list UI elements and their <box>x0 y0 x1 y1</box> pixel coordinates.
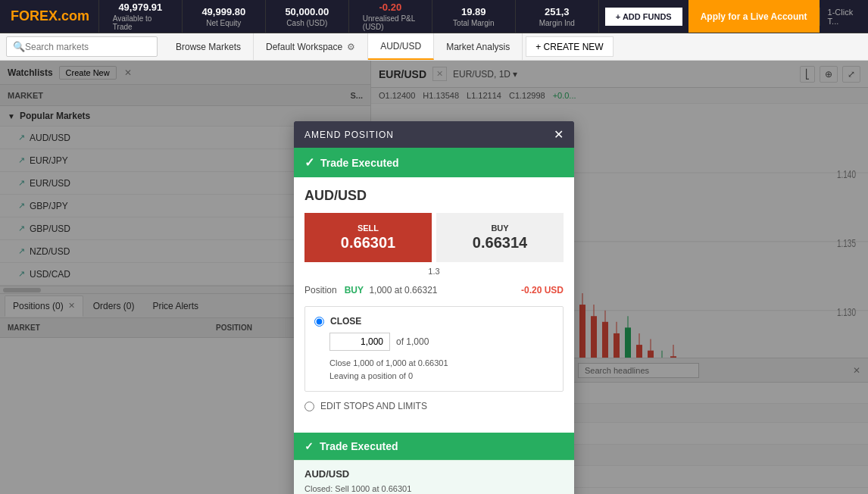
amend-position-modal: AMEND POSITION ✕ ✓ Trade Executed AUD/US… <box>294 121 574 494</box>
total-margin-label: Total Margin <box>453 19 494 27</box>
close-desc-line1: Close 1,000 of 1,000 at 0.66301 <box>329 357 554 370</box>
nav-tab-browse[interactable]: Browse Markets <box>164 33 254 60</box>
trade-info-closed: Closed: Sell 1000 at 0.66301 <box>304 483 564 494</box>
available-label: Available to Trade <box>113 14 168 31</box>
metric-total-margin: 19.89 Total Margin <box>432 0 516 33</box>
close-description: Close 1,000 of 1,000 at 0.66301 Leaving … <box>329 357 554 382</box>
modal-overlay: AMEND POSITION ✕ ✓ Trade Executed AUD/US… <box>0 61 868 494</box>
trade-executed-label-1: Trade Executed <box>320 157 399 169</box>
close-quantity-input[interactable] <box>329 333 390 351</box>
buy-label: BUY <box>436 224 564 233</box>
close-radio-row: CLOSE <box>314 316 554 327</box>
top-bar: FOREX.com 49,979.91 Available to Trade 4… <box>0 0 868 33</box>
metric-available: 49,979.91 Available to Trade <box>99 0 183 33</box>
unrealised-label: Unrealised P&L (USD) <box>363 14 418 31</box>
cash-label: Cash (USD) <box>286 19 327 27</box>
sell-button[interactable]: SELL 0.66301 <box>304 213 432 262</box>
add-funds-button[interactable]: + ADD FUNDS <box>605 8 682 26</box>
position-label: Position <box>304 285 337 295</box>
total-margin-value: 19.89 <box>461 6 486 17</box>
nav-tab-analysis-label: Market Analysis <box>446 42 510 52</box>
sell-buy-row: SELL 0.66301 BUY 0.66314 <box>304 213 564 262</box>
edit-stops-row[interactable]: EDIT STOPS AND LIMITS <box>304 401 564 411</box>
live-account-button[interactable]: Apply for a Live Account <box>688 0 820 33</box>
logo: FOREX.com <box>0 0 99 33</box>
modal-close-button[interactable]: ✕ <box>554 127 564 142</box>
modal-header: AMEND POSITION ✕ <box>294 121 574 148</box>
oneclick-label: 1-Click T... <box>820 8 868 26</box>
metric-margin-ind: 251,3 Margin Ind <box>516 0 599 33</box>
net-equity-value: 49,999.80 <box>201 6 245 17</box>
available-value: 49,979.91 <box>118 2 162 13</box>
trade-executed-banner-2: ✓ Trade Executed <box>294 433 574 460</box>
buy-price: 0.66314 <box>436 234 564 252</box>
top-metrics: 49,979.91 Available to Trade 49,999.80 N… <box>99 0 599 33</box>
top-right-actions: + ADD FUNDS Apply for a Live Account 1-C… <box>599 0 868 33</box>
modal-pair: AUD/USD <box>304 188 564 204</box>
check-icon-2: ✓ <box>304 440 314 452</box>
net-equity-label: Net Equity <box>206 19 241 27</box>
nav-tab-audusd-label: AUD/USD <box>380 41 421 52</box>
sell-price: 0.66301 <box>304 234 432 252</box>
nav-tab-analysis[interactable]: Market Analysis <box>434 33 523 60</box>
edit-stops-radio[interactable] <box>304 402 314 411</box>
close-desc-line2: Leaving a position of 0 <box>329 370 554 383</box>
main-layout: Watchlists Create New ✕ MARKET S... ▼ Po… <box>0 61 868 494</box>
nav-tab-browse-label: Browse Markets <box>176 42 241 52</box>
metric-unrealised: -0.20 Unrealised P&L (USD) <box>349 0 432 33</box>
gear-icon: ⚙ <box>347 42 355 52</box>
unrealised-value: -0.20 <box>379 2 401 13</box>
buy-button[interactable]: BUY 0.66314 <box>436 213 564 262</box>
search-icon: 🔍 <box>13 41 25 52</box>
position-buy-label: BUY <box>345 285 364 295</box>
close-qty-row: of 1,000 <box>329 333 554 351</box>
trade-info-pair: AUD/USD <box>304 468 564 480</box>
search-box[interactable]: 🔍 <box>6 36 158 57</box>
position-pnl: -0.20 USD <box>521 285 564 295</box>
metric-net-equity: 49,999.80 Net Equity <box>183 0 266 33</box>
margin-ind-value: 251,3 <box>545 6 570 17</box>
close-radio[interactable] <box>314 317 324 327</box>
sell-label: SELL <box>304 224 432 233</box>
modal-body: AUD/USD SELL 0.66301 BUY 0.66314 1.3 Pos… <box>294 177 574 433</box>
nav-tab-workspace[interactable]: Default Workspace ⚙ <box>254 33 368 60</box>
nav-tab-audusd[interactable]: AUD/USD <box>368 33 434 60</box>
create-new-button[interactable]: + CREATE NEW <box>526 36 613 57</box>
edit-stops-label[interactable]: EDIT STOPS AND LIMITS <box>320 401 427 411</box>
search-input[interactable] <box>25 42 146 52</box>
trade-executed-label-2: Trade Executed <box>320 440 398 452</box>
close-label[interactable]: CLOSE <box>330 316 361 327</box>
close-of-label: of 1,000 <box>396 336 429 347</box>
modal-title: AMEND POSITION <box>304 130 394 140</box>
metric-cash: 50,000.00 Cash (USD) <box>266 0 349 33</box>
position-row: Position BUY 1,000 at 0.66321 -0.20 USD <box>304 285 564 295</box>
nav-bar: 🔍 Browse Markets Default Workspace ⚙ AUD… <box>0 33 868 61</box>
margin-ind-label: Margin Ind <box>539 19 575 27</box>
cash-value: 50,000.00 <box>285 6 329 17</box>
spread-row: 1.3 <box>304 267 564 276</box>
trade-executed-banner-1: ✓ Trade Executed <box>294 148 574 177</box>
nav-tab-workspace-label: Default Workspace <box>266 42 342 52</box>
logo-rest: OREX.com <box>19 8 89 24</box>
logo-f: F <box>11 8 19 24</box>
close-section: CLOSE of 1,000 Close 1,000 of 1,000 at 0… <box>304 306 564 392</box>
trade-info-block: AUD/USD Closed: Sell 1000 at 0.66301 You… <box>294 460 574 494</box>
check-icon-1: ✓ <box>304 155 314 170</box>
position-detail: 1,000 at 0.66321 <box>369 285 437 295</box>
